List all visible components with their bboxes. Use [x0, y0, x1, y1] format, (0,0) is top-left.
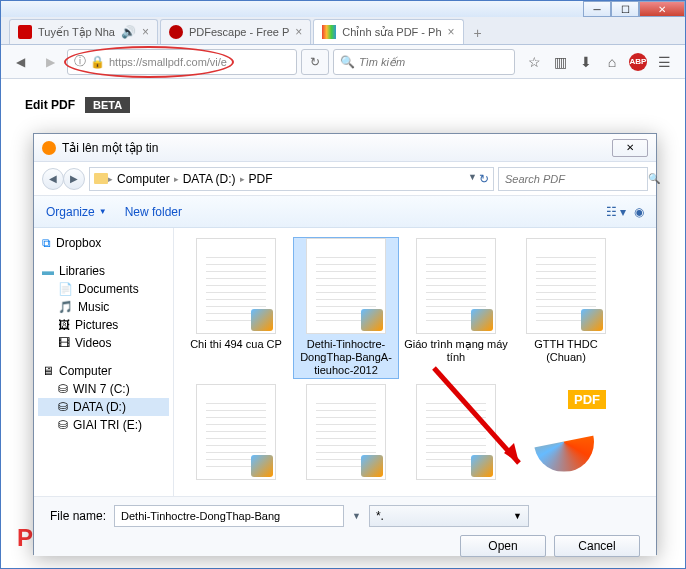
foxit-icon — [251, 455, 273, 477]
new-tab-button[interactable]: + — [466, 22, 490, 44]
filename-input[interactable] — [114, 505, 344, 527]
pdf-app-icon: PDF — [526, 384, 606, 480]
folder-tree: ⧉Dropbox ▬Libraries 📄Documents 🎵Music 🖼P… — [34, 228, 174, 496]
info-icon[interactable]: ⓘ — [74, 53, 86, 70]
file-item[interactable]: Dethi-Tinhoctre-DongThap-BangA-tieuhoc-2… — [294, 238, 398, 378]
menu-icon[interactable]: ☰ — [655, 53, 673, 71]
breadcrumb[interactable]: ▸ Computer ▸ DATA (D:) ▸ PDF ▼ ↻ — [89, 167, 494, 191]
back-button[interactable]: ◀ — [7, 49, 33, 75]
music-icon: 🎵 — [58, 300, 73, 314]
tab-close-icon[interactable]: × — [142, 25, 149, 39]
youtube-icon — [18, 25, 32, 39]
search-icon: 🔍 — [340, 55, 355, 69]
tree-libraries[interactable]: ▬Libraries — [38, 262, 169, 280]
documents-icon: 📄 — [58, 282, 73, 296]
refresh-icon[interactable]: ↻ — [479, 172, 489, 186]
organize-menu[interactable]: Organize ▼ — [46, 205, 107, 219]
file-thumb — [196, 238, 276, 334]
file-thumb — [306, 384, 386, 480]
search-box[interactable]: 🔍 — [333, 49, 515, 75]
new-folder-button[interactable]: New folder — [125, 205, 182, 219]
cancel-button[interactable]: Cancel — [554, 535, 640, 557]
file-open-dialog: Tải lên một tập tin ✕ ◀ ▶ ▸ Computer ▸ D… — [33, 133, 657, 555]
file-thumb — [526, 238, 606, 334]
nav-bar: ◀ ▶ ⓘ 🔒 https://smallpdf.com/vi/e ↻ 🔍 ☆ … — [1, 45, 685, 79]
url-text: https://smallpdf.com/vi/e — [109, 56, 290, 68]
adblock-icon[interactable]: ABP — [629, 53, 647, 71]
file-thumb — [416, 384, 496, 480]
download-icon[interactable]: ⬇ — [577, 53, 595, 71]
search-input[interactable] — [359, 56, 508, 68]
page-title: Edit PDF BETA — [25, 97, 661, 113]
foxit-icon — [471, 309, 493, 331]
tree-music[interactable]: 🎵Music — [38, 298, 169, 316]
tab-label: Chỉnh sửa PDF - Ph — [342, 26, 441, 39]
drive-icon: ⛁ — [58, 382, 68, 396]
file-item[interactable] — [404, 384, 508, 480]
browser-window: ─ ☐ ✕ Tuyển Tập Nha 🔊 × PDFescape - Free… — [0, 0, 686, 569]
pdfescape-icon — [169, 25, 183, 39]
tree-pictures[interactable]: 🖼Pictures — [38, 316, 169, 334]
file-grid: Chi thi 494 cua CP Dethi-Tinhoctre-DongT… — [174, 228, 656, 496]
file-label: Giáo trình mạng máy tính — [404, 338, 508, 364]
videos-icon: 🎞 — [58, 336, 70, 350]
folder-search[interactable]: 🔍 — [498, 167, 648, 191]
view-menu-icon[interactable]: ☷ ▾ — [606, 205, 626, 219]
lock-icon: 🔒 — [90, 55, 105, 69]
foxit-icon — [361, 455, 383, 477]
tree-videos[interactable]: 🎞Videos — [38, 334, 169, 352]
file-item[interactable]: Giáo trình mạng máy tính — [404, 238, 508, 378]
search-icon: 🔍 — [648, 173, 660, 184]
tab-pdfescape[interactable]: PDFescape - Free P × — [160, 19, 311, 44]
file-item[interactable]: PDF — [514, 384, 618, 480]
dropbox-icon: ⧉ — [42, 236, 51, 250]
bookmark-star-icon[interactable]: ☆ — [525, 53, 543, 71]
breadcrumb-seg[interactable]: Computer — [113, 172, 174, 186]
tab-smallpdf[interactable]: Chỉnh sửa PDF - Ph × — [313, 19, 463, 44]
nav-back-button[interactable]: ◀ — [42, 168, 64, 190]
tree-drive-e[interactable]: ⛁GIAI TRI (E:) — [38, 416, 169, 434]
tree-computer[interactable]: 🖥Computer — [38, 362, 169, 380]
dialog-nav: ◀ ▶ ▸ Computer ▸ DATA (D:) ▸ PDF ▼ ↻ 🔍 — [34, 162, 656, 196]
tree-documents[interactable]: 📄Documents — [38, 280, 169, 298]
tab-close-icon[interactable]: × — [448, 25, 455, 39]
chevron-down-icon: ▼ — [513, 511, 522, 521]
tree-drive-d[interactable]: ⛁DATA (D:) — [38, 398, 169, 416]
chevron-down-icon[interactable]: ▼ — [352, 511, 361, 521]
file-item[interactable] — [294, 384, 398, 480]
drive-icon: ⛁ — [58, 400, 68, 414]
nav-forward-button[interactable]: ▶ — [63, 168, 85, 190]
tree-drive-c[interactable]: ⛁WIN 7 (C:) — [38, 380, 169, 398]
minimize-button[interactable]: ─ — [583, 1, 611, 17]
maximize-button[interactable]: ☐ — [611, 1, 639, 17]
url-bar[interactable]: ⓘ 🔒 https://smallpdf.com/vi/e — [67, 49, 297, 75]
tab-close-icon[interactable]: × — [295, 25, 302, 39]
title-text: Edit PDF — [25, 98, 75, 112]
tab-youtube[interactable]: Tuyển Tập Nha 🔊 × — [9, 19, 158, 44]
reload-button[interactable]: ↻ — [301, 49, 329, 75]
dialog-footer: File name: ▼ *. ▼ Open Cancel — [34, 496, 656, 556]
foxit-icon — [361, 309, 383, 331]
folder-search-input[interactable] — [505, 173, 644, 185]
filetype-value: *. — [376, 509, 384, 523]
open-button[interactable]: Open — [460, 535, 546, 557]
help-icon[interactable]: ◉ — [634, 205, 644, 219]
sidebar-icon[interactable]: ▥ — [551, 53, 569, 71]
forward-button[interactable]: ▶ — [37, 49, 63, 75]
filetype-select[interactable]: *. ▼ — [369, 505, 529, 527]
file-item[interactable]: Chi thi 494 cua CP — [184, 238, 288, 378]
tab-strip: Tuyển Tập Nha 🔊 × PDFescape - Free P × C… — [1, 17, 685, 45]
breadcrumb-seg[interactable]: DATA (D:) — [179, 172, 240, 186]
file-item[interactable]: GTTH THDC (Chuan) — [514, 238, 618, 378]
dialog-close-button[interactable]: ✕ — [612, 139, 648, 157]
file-thumb — [416, 238, 496, 334]
tab-label: PDFescape - Free P — [189, 26, 289, 38]
breadcrumb-seg[interactable]: PDF — [245, 172, 277, 186]
close-button[interactable]: ✕ — [639, 1, 685, 17]
chevron-down-icon[interactable]: ▼ — [468, 172, 477, 186]
tree-dropbox[interactable]: ⧉Dropbox — [38, 234, 169, 252]
file-item[interactable] — [184, 384, 288, 480]
dialog-titlebar: Tải lên một tập tin ✕ — [34, 134, 656, 162]
beta-badge: BETA — [85, 97, 130, 113]
home-icon[interactable]: ⌂ — [603, 53, 621, 71]
